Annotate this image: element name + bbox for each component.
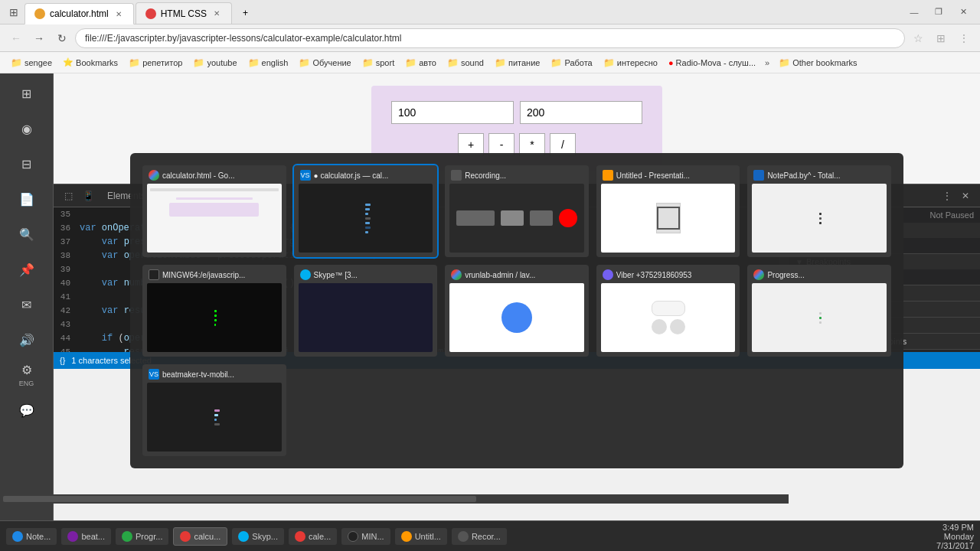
devtools-more-btn[interactable]: ⋮ bbox=[939, 187, 956, 204]
sidebar-icon-settings[interactable]: ⚙ ENG bbox=[10, 358, 44, 392]
bookmark-obuchenie[interactable]: 📁 Обучение bbox=[294, 54, 355, 71]
notepad-icon bbox=[753, 170, 764, 181]
recording-icon bbox=[451, 170, 462, 181]
taskbar-calcu[interactable]: calcu... bbox=[173, 527, 227, 546]
beat-taskbar-icon bbox=[67, 531, 78, 542]
calculator-inputs bbox=[391, 101, 642, 124]
bookmark-sengee[interactable]: 📁 sengee bbox=[6, 54, 57, 71]
bookmark-bookmarks[interactable]: ⭐ Bookmarks bbox=[58, 54, 122, 71]
forward-button[interactable]: → bbox=[29, 28, 49, 48]
thumb-presentation bbox=[601, 184, 736, 253]
alt-tab-item-vrunlab[interactable]: vrunlab-admin / lav... bbox=[445, 265, 589, 357]
taskbar-skyp[interactable]: Skyp... bbox=[232, 528, 284, 545]
brace-icon: {} bbox=[60, 356, 65, 365]
note-taskbar-icon bbox=[12, 531, 23, 542]
beatmaker-vscode-icon: VS bbox=[149, 369, 159, 380]
taskbar-min[interactable]: MIN... bbox=[341, 528, 390, 545]
untitl-taskbar-icon bbox=[401, 531, 412, 542]
alt-tab-item-viber[interactable]: Viber +375291860953 bbox=[596, 265, 740, 357]
sidebar-icon-start[interactable]: ⊞ bbox=[10, 77, 44, 110]
vscode-icon: VS bbox=[300, 170, 311, 181]
sidebar-icon-chat[interactable]: 💬 bbox=[10, 393, 44, 427]
taskbar: Note... beat... Progr... calcu... Skyp..… bbox=[0, 520, 980, 551]
bookmark-interesno[interactable]: 📁 интересно bbox=[599, 54, 662, 71]
bookmark-other[interactable]: 📁 Other bookmarks bbox=[774, 54, 861, 71]
tab-favicon bbox=[34, 8, 45, 19]
tab-html-css[interactable]: HTML CSS ✕ bbox=[136, 2, 232, 24]
alt-tab-item-presentation[interactable]: Untitled - Presentati... bbox=[596, 165, 740, 257]
tab-title-calculator: calculator.html bbox=[50, 8, 109, 19]
thumb-skype bbox=[299, 283, 433, 352]
thumb-beatmaker bbox=[147, 383, 282, 452]
address-bar[interactable]: file:///E:/javascripter.by/javascripter-… bbox=[75, 28, 905, 48]
system-clock: 3:49 PM Monday 7/31/2017 bbox=[936, 523, 974, 550]
left-sidebar: ⊞ ◉ ⊟ 📄 🔍 📌 ✉ 🔊 ⚙ ENG 💬 bbox=[0, 73, 54, 520]
sidebar-icon-file[interactable]: 📄 bbox=[10, 182, 44, 216]
alt-tab-item-beatmaker[interactable]: VS beatmaker-tv-mobil... bbox=[142, 364, 286, 456]
calculator-input-2[interactable] bbox=[520, 101, 642, 124]
taskbar-progr[interactable]: Progr... bbox=[116, 528, 168, 545]
alt-tab-item-calculator-js[interactable]: VS ● calculator.js — cal... bbox=[294, 165, 438, 257]
bookmark-avto[interactable]: 📁 авто bbox=[400, 54, 441, 71]
alt-tab-item-notepad[interactable]: NotePad.by^ - Total... bbox=[747, 165, 891, 257]
sidebar-icon-mail[interactable]: ✉ bbox=[10, 288, 44, 321]
devtools-close-btn[interactable]: ✕ bbox=[957, 187, 974, 204]
min-taskbar-icon bbox=[348, 531, 358, 542]
sidebar-icon-sound[interactable]: 🔊 bbox=[10, 323, 44, 357]
viber-icon bbox=[603, 269, 613, 280]
sidebar-icon-search[interactable]: 🔍 bbox=[10, 217, 44, 251]
windows-icon: ⊞ bbox=[6, 5, 21, 20]
sidebar-icon-circle[interactable]: ◉ bbox=[10, 112, 44, 145]
bookmark-radio-mova[interactable]: ● Radio-Mova - слуш... bbox=[664, 54, 760, 71]
bookmarks-more[interactable]: » bbox=[762, 57, 773, 69]
bookmark-pitanie[interactable]: 📁 питание bbox=[490, 54, 544, 71]
thumb-calculator-js bbox=[299, 184, 433, 253]
refresh-button[interactable]: ↻ bbox=[52, 28, 72, 48]
alt-tab-item-recording[interactable]: Recording... bbox=[445, 165, 589, 257]
devtools-device-btn[interactable]: 📱 bbox=[80, 187, 96, 204]
back-button[interactable]: ← bbox=[6, 28, 26, 48]
cale-taskbar-icon bbox=[295, 531, 305, 542]
devtools-inspect-btn[interactable]: ⬚ bbox=[60, 187, 77, 204]
tab-close-html[interactable]: ✕ bbox=[211, 8, 222, 19]
skype-icon bbox=[300, 269, 311, 280]
bookmark-sound[interactable]: 📁 sound bbox=[443, 54, 488, 71]
new-tab-button[interactable]: + bbox=[234, 2, 257, 24]
progress-icon bbox=[753, 269, 764, 280]
alt-tab-item-calculator-html[interactable]: calculator.html - Go... bbox=[142, 165, 286, 257]
sidebar-icon-pin[interactable]: 📌 bbox=[10, 253, 44, 286]
taskbar-beat[interactable]: beat... bbox=[61, 528, 111, 545]
address-text: file:///E:/javascripter.by/javascripter-… bbox=[85, 33, 402, 44]
thumb-vrunlab bbox=[449, 283, 584, 352]
taskbar-cale[interactable]: cale... bbox=[289, 528, 337, 545]
alt-tab-item-mingw[interactable]: MINGW64:/e/javascrip... bbox=[142, 265, 286, 357]
taskbar-recor[interactable]: Recor... bbox=[452, 528, 507, 545]
tab-calculator[interactable]: calculator.html ✕ bbox=[24, 3, 134, 24]
minimize-button[interactable]: — bbox=[903, 4, 925, 21]
vrunlab-icon bbox=[451, 269, 462, 280]
tabs-area: calculator.html ✕ HTML CSS ✕ + bbox=[24, 0, 900, 24]
bookmark-rabota[interactable]: 📁 Работа bbox=[546, 54, 596, 71]
calculator-input-1[interactable] bbox=[391, 101, 514, 124]
alt-tab-item-skype[interactable]: Skype™ [3... bbox=[294, 265, 438, 357]
bookmark-youtube[interactable]: 📁 youtube bbox=[188, 54, 241, 71]
calcu-taskbar-icon bbox=[180, 531, 191, 542]
alt-tab-item-progress[interactable]: Progress... bbox=[747, 265, 891, 357]
bookmark-sport[interactable]: 📁 sport bbox=[358, 54, 399, 71]
extensions-icon[interactable]: ⊞ bbox=[931, 28, 951, 48]
presentation-icon bbox=[603, 170, 613, 181]
bookmark-repetitor[interactable]: 📁 репетитор bbox=[124, 54, 187, 71]
tab-close-calculator[interactable]: ✕ bbox=[113, 8, 124, 19]
navigation-bar: ← → ↻ file:///E:/javascripter.by/javascr… bbox=[0, 24, 980, 52]
bookmark-star[interactable]: ☆ bbox=[908, 28, 928, 48]
bookmark-english[interactable]: 📁 english bbox=[243, 54, 293, 71]
menu-button[interactable]: ⋮ bbox=[954, 28, 974, 48]
sidebar-icon-panels[interactable]: ⊟ bbox=[10, 147, 44, 181]
alt-tab-grid: calculator.html - Go... VS ● calculator.… bbox=[142, 165, 891, 456]
close-button[interactable]: ✕ bbox=[952, 4, 974, 21]
tab-favicon-html bbox=[145, 8, 156, 19]
taskbar-untitl[interactable]: Untitl... bbox=[395, 528, 447, 545]
maximize-button[interactable]: ❐ bbox=[928, 4, 949, 21]
skyp-taskbar-icon bbox=[238, 531, 249, 542]
taskbar-note[interactable]: Note... bbox=[6, 528, 57, 545]
